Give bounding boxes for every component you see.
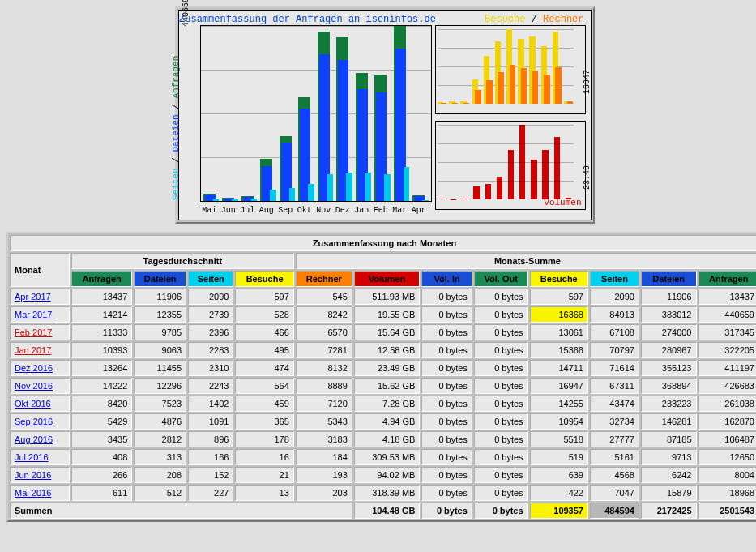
month-link[interactable]: Sep 2016 (10, 413, 70, 430)
cell: 15879 (641, 485, 697, 501)
bar-group-Jan (355, 26, 373, 201)
cell: 0 bytes (474, 431, 528, 447)
hdr-anfragen-avg: Anfragen (71, 271, 132, 287)
cell: 261038 (698, 396, 757, 412)
cell: 0 bytes (421, 413, 472, 430)
month-link[interactable]: Mai 2016 (10, 485, 70, 501)
cell: 545 (296, 289, 352, 305)
month-link[interactable]: Jan 2017 (10, 342, 70, 358)
cell: 0 bytes (421, 485, 472, 501)
cell: 9785 (134, 324, 186, 340)
table-row: Jan 20171039390632283495728112.58 GB0 by… (10, 342, 756, 358)
cell: 178 (235, 431, 293, 447)
cell: 14222 (71, 378, 132, 394)
chart-title: Zusammenfassung der Anfragen an iseninfo… (179, 14, 437, 25)
cell: 280967 (641, 342, 697, 358)
cell: 597 (530, 289, 588, 305)
y-axis-label-left: Seiten / Dateien / Anfragen (171, 56, 181, 200)
cell: 495 (235, 342, 293, 358)
cell: 519 (530, 449, 588, 465)
cell: 611 (71, 485, 132, 501)
cell: 8132 (296, 360, 352, 376)
cell: 7120 (296, 396, 352, 412)
table-row: Mai 201661151222713203318.39 MB0 bytes0 … (10, 485, 756, 501)
cell: 365 (235, 413, 293, 430)
cell: 14214 (71, 306, 132, 323)
visits-bar-Jan (529, 29, 539, 104)
sub-plot-volume: 23.49 Volumen (435, 121, 586, 210)
cell: 8242 (296, 306, 352, 323)
visits-bar-Mai (438, 29, 447, 104)
table-row: Feb 20171133397852396466657015.64 GB0 by… (10, 324, 756, 340)
cell: 21 (235, 467, 293, 483)
volume-bar-Mai (438, 125, 447, 199)
cell: 5518 (530, 431, 588, 447)
cell: 11906 (134, 289, 186, 305)
cell: 23.49 GB (354, 360, 421, 376)
legend-besuche: Besuche (485, 14, 525, 25)
month-link[interactable]: Apr 2017 (10, 289, 70, 305)
table-row: Okt 201684207523140245971207.28 GB0 byte… (10, 396, 756, 412)
hdr-volout: Vol. Out (474, 271, 528, 287)
volume-bar-Jul (460, 125, 470, 199)
cell: 146281 (641, 413, 697, 430)
cell: 896 (188, 431, 233, 447)
month-link[interactable]: Dez 2016 (10, 360, 70, 376)
visits-bar-Nov (506, 29, 516, 104)
cell: 0 bytes (421, 342, 472, 358)
cell: 11906 (641, 289, 697, 305)
cell: 0 bytes (474, 324, 528, 340)
cell: 5343 (296, 413, 352, 430)
cell: 5429 (71, 413, 132, 430)
cell: 440659 (698, 306, 757, 323)
cell: 8004 (698, 467, 757, 483)
cell: 15.62 GB (354, 378, 421, 394)
cell: 16 (235, 449, 293, 465)
cell: 0 bytes (421, 431, 472, 447)
cell: 15.64 GB (354, 324, 421, 340)
table-row: Jul 201640831316616184309.53 MB0 bytes0 … (10, 449, 756, 465)
cell: 106487 (698, 431, 757, 447)
cell: 411197 (698, 360, 757, 376)
cell: 0 bytes (474, 342, 528, 358)
sub-bot-tick: 23.49 (583, 165, 592, 190)
cell: 2090 (188, 289, 233, 305)
cell: 11455 (134, 360, 186, 376)
cell: 4568 (590, 467, 639, 483)
month-link[interactable]: Aug 2016 (10, 431, 70, 447)
cell: 511.93 MB (354, 289, 421, 305)
visits-bar-Okt (494, 29, 504, 104)
cell: 9063 (134, 342, 186, 358)
col-monat: Monat (10, 253, 70, 287)
cell: 184 (296, 449, 352, 465)
month-link[interactable]: Mar 2017 (10, 306, 70, 323)
cell: 19.55 GB (354, 306, 421, 323)
group-monatssumme: Monats-Summe (296, 253, 756, 269)
cell: 70797 (590, 342, 639, 358)
group-tagesdurchschnitt: Tagesdurchschnitt (71, 253, 294, 269)
month-link[interactable]: Nov 2016 (10, 378, 70, 394)
cell: 8420 (71, 396, 132, 412)
month-link[interactable]: Okt 2016 (10, 396, 70, 412)
cell: 203 (296, 485, 352, 501)
cell: 355123 (641, 360, 697, 376)
volume-bar-Apr (563, 125, 573, 199)
cell: 7281 (296, 342, 352, 358)
cell: 12296 (134, 378, 186, 394)
cell: 7523 (134, 396, 186, 412)
hdr-besuche-sum: Besuche (530, 271, 588, 287)
volume-bar-Aug (472, 125, 481, 199)
cell: 0 bytes (421, 467, 472, 483)
cell: 13264 (71, 360, 132, 376)
bar-group-Nov (317, 26, 335, 201)
cell: 408 (71, 449, 132, 465)
month-link[interactable]: Jun 2016 (10, 467, 70, 483)
sub-bot-label: Volumen (544, 198, 581, 208)
cell: 0 bytes (421, 378, 472, 394)
cell: 0 bytes (421, 289, 472, 305)
month-link[interactable]: Feb 2017 (10, 324, 70, 340)
hdr-besuche-avg: Besuche (235, 271, 293, 287)
y-tick-max: 440659 (182, 0, 190, 27)
cell: 67108 (590, 324, 639, 340)
month-link[interactable]: Jul 2016 (10, 449, 70, 465)
